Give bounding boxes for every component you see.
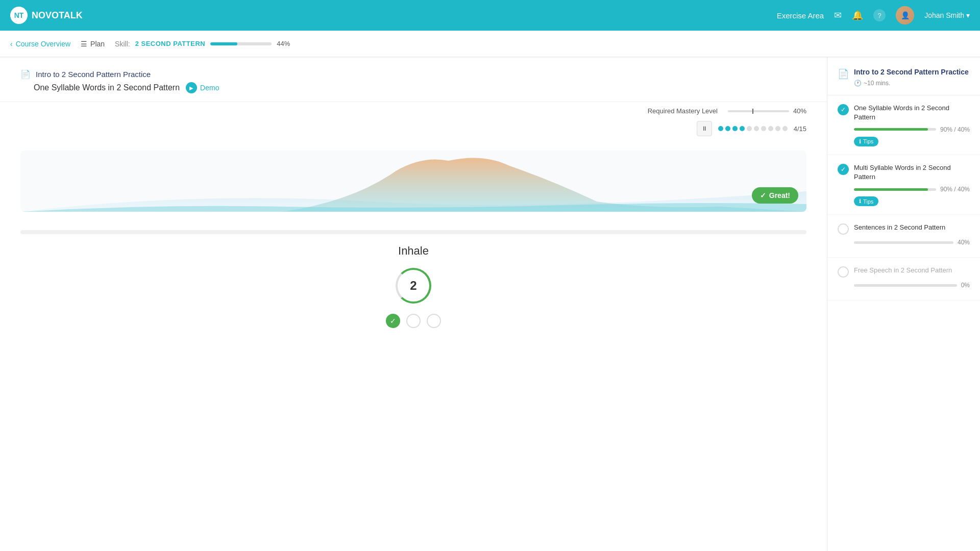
mastery-bar-container: 40% [728, 107, 806, 115]
logo-area: NT NOVOTALK [10, 7, 777, 24]
sidebar-progress-fill-2 [854, 188, 928, 191]
incomplete-icon-4 [838, 266, 849, 278]
logo-icon[interactable]: NT [10, 7, 28, 24]
completed-icon-1: ✓ [838, 104, 849, 115]
bell-icon[interactable]: 🔔 [852, 10, 863, 21]
clock-icon: 🕐 [854, 80, 862, 87]
progress-dot-6 [754, 126, 759, 131]
sidebar-progress-row-4: 0% [838, 282, 970, 289]
avatar: 👤 [896, 6, 914, 24]
brand-name: NOVOTALK [32, 10, 83, 21]
check-icon: ✓ [760, 191, 766, 199]
incomplete-icon-3 [838, 223, 849, 235]
skill-section: Skill: 2 SECOND PATTERN 44% [115, 40, 290, 48]
inhale-section: Inhale 2 ✓ [0, 220, 827, 338]
wave-visualization [20, 151, 806, 212]
pause-icon: ⏸ [701, 125, 707, 132]
demo-button[interactable]: ▶ Demo [186, 82, 219, 93]
exercise-subtitle: One Syllable Words in 2 Second Pattern [34, 83, 180, 92]
mastery-label: Required Mastery Level [648, 107, 718, 115]
content-area: 📄 Intro to 2 Second Pattern Practice One… [0, 57, 827, 551]
header: NT NOVOTALK Exercise Area ✉ 🔔 ? 👤 Johan … [0, 0, 980, 31]
sidebar-item-title-1: One Syllable Words in 2 Second Pattern [854, 104, 970, 122]
sidebar-item-one-syllable[interactable]: ✓ One Syllable Words in 2 Second Pattern… [827, 95, 980, 155]
progress-row: ⏸ 4/15 [0, 115, 827, 142]
response-dot-empty[interactable] [427, 314, 441, 328]
document-icon: 📄 [20, 69, 31, 79]
progress-dot-4 [740, 126, 745, 131]
info-icon-2: ℹ [859, 198, 861, 205]
skill-percent: 44% [277, 40, 290, 47]
sidebar-progress-bar-1 [854, 128, 936, 131]
header-right: Exercise Area ✉ 🔔 ? 👤 Johan Smith ▾ [777, 6, 970, 24]
progress-dot-1 [718, 126, 723, 131]
sidebar-progress-fill-1 [854, 128, 928, 131]
exercise-header: 📄 Intro to 2 Second Pattern Practice One… [0, 57, 827, 102]
mastery-marker [752, 109, 753, 114]
exercise-subtitle-row: One Syllable Words in 2 Second Pattern ▶… [20, 82, 806, 93]
exercise-title: Intro to 2 Second Pattern Practice [36, 70, 151, 79]
help-icon[interactable]: ? [873, 9, 886, 21]
sidebar-document-icon: 📄 [838, 68, 849, 80]
great-badge: ✓ Great! [752, 187, 798, 204]
progress-dot-7 [761, 126, 766, 131]
play-icon: ▶ [186, 82, 197, 93]
sidebar-item-multi-syllable[interactable]: ✓ Multi Syllable Words in 2 Second Patte… [827, 155, 980, 215]
progress-dot-8 [768, 126, 773, 131]
countdown-circle: 2 [396, 268, 431, 304]
plan-link[interactable]: ☰ Plan [81, 40, 105, 48]
tips-button-1[interactable]: ℹ Tips [854, 137, 878, 146]
check-mark-icon: ✓ [390, 317, 396, 325]
sidebar-item-title-4: Free Speech in 2 Second Pattern [854, 266, 952, 275]
list-icon: ☰ [81, 40, 87, 48]
user-name-dropdown[interactable]: Johan Smith ▾ [924, 11, 970, 19]
mail-icon[interactable]: ✉ [834, 10, 842, 21]
sidebar-item-title-2: Multi Syllable Words in 2 Second Pattern [854, 163, 970, 182]
chevron-down-icon: ▾ [966, 11, 970, 19]
sidebar-lesson-header: 📄 Intro to 2 Second Pattern Practice 🕐 ~… [827, 67, 980, 95]
skill-progress-fill [210, 42, 237, 45]
skill-label: Skill: [115, 40, 130, 48]
sidebar-progress-text-3: 40% [958, 239, 970, 246]
info-icon-1: ℹ [859, 138, 861, 145]
response-dot-neutral[interactable] [406, 314, 421, 328]
exercise-title-row: 📄 Intro to 2 Second Pattern Practice [20, 69, 806, 79]
tips-button-2[interactable]: ℹ Tips [854, 196, 878, 206]
countdown-number: 2 [410, 279, 416, 293]
chevron-left-icon: ‹ [10, 40, 13, 48]
sidebar: 📄 Intro to 2 Second Pattern Practice 🕐 ~… [827, 57, 980, 551]
skill-progress-bar [210, 42, 272, 45]
progress-dot-5 [747, 126, 752, 131]
back-to-course-link[interactable]: ‹ Course Overview [10, 40, 70, 48]
exercise-count: 4/15 [794, 125, 806, 133]
skill-name: 2 SECOND PATTERN [135, 40, 206, 47]
main-layout: 📄 Intro to 2 Second Pattern Practice One… [0, 57, 980, 551]
sidebar-progress-row-1: 90% / 40% [838, 126, 970, 133]
sidebar-time: 🕐 ~10 mins. [854, 80, 969, 87]
mastery-bar [728, 110, 789, 112]
mastery-percent: 40% [793, 107, 806, 115]
sidebar-progress-row-3: 40% [838, 239, 970, 246]
sidebar-progress-text-1: 90% / 40% [940, 126, 970, 133]
progress-dot-2 [725, 126, 730, 131]
response-dot-correct[interactable]: ✓ [386, 314, 400, 328]
exercise-area-link[interactable]: Exercise Area [777, 11, 824, 20]
sidebar-item-sentences[interactable]: Sentences in 2 Second Pattern 40% [827, 215, 980, 258]
progress-dot-10 [782, 126, 788, 131]
sidebar-item-free-speech[interactable]: Free Speech in 2 Second Pattern 0% [827, 258, 980, 300]
completed-icon-2: ✓ [838, 164, 849, 175]
sidebar-progress-text-4: 0% [961, 282, 970, 289]
exercise-progress-dots [718, 126, 788, 131]
sidebar-lesson-title: Intro to 2 Second Pattern Practice [854, 67, 969, 78]
sidebar-progress-bar-2 [854, 188, 936, 191]
mastery-row: Required Mastery Level 40% [0, 102, 827, 115]
inhale-text: Inhale [20, 244, 806, 258]
sidebar-progress-bar-4 [854, 284, 957, 287]
progress-dot-3 [732, 126, 738, 131]
sidebar-progress-text-2: 90% / 40% [940, 186, 970, 193]
pause-button[interactable]: ⏸ [697, 121, 712, 136]
response-dots: ✓ [20, 314, 806, 328]
sidebar-progress-row-2: 90% / 40% [838, 186, 970, 193]
breadcrumb: ‹ Course Overview ☰ Plan Skill: 2 SECOND… [0, 31, 980, 57]
sidebar-item-title-3: Sentences in 2 Second Pattern [854, 223, 945, 232]
